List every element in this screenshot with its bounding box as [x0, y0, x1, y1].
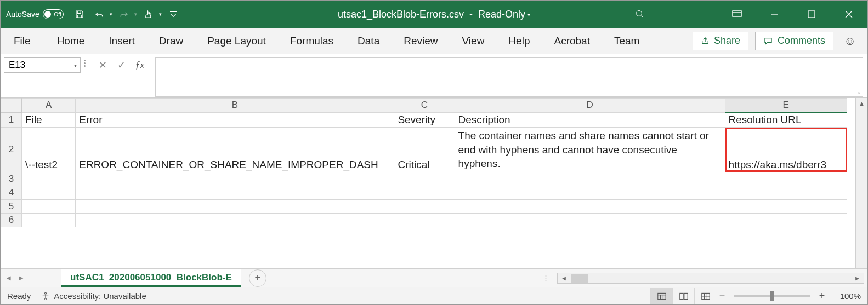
col-header-b[interactable]: B: [76, 99, 394, 113]
tab-data[interactable]: Data: [345, 28, 392, 54]
qat-customize-icon[interactable]: [165, 6, 181, 22]
cell[interactable]: [22, 172, 76, 186]
row-header[interactable]: 3: [1, 172, 22, 186]
cell[interactable]: [725, 199, 847, 213]
scroll-up-icon[interactable]: ▲: [859, 100, 865, 107]
read-only-dropdown[interactable]: Read-Only ▾: [478, 9, 530, 20]
row-header[interactable]: 4: [1, 186, 22, 199]
cell-highlighted[interactable]: https://aka.ms/dberr3: [725, 128, 847, 172]
expand-formula-bar-icon[interactable]: ⌄: [856, 88, 861, 95]
feedback-smiley-icon[interactable]: ☺: [840, 31, 860, 51]
touch-dropdown-icon[interactable]: ▾: [159, 11, 162, 17]
minimize-button[interactable]: [756, 1, 793, 28]
ribbon-display-options-icon[interactable]: [718, 1, 756, 28]
cell[interactable]: \--test2: [22, 128, 76, 172]
cell[interactable]: [76, 199, 394, 213]
enter-formula-icon[interactable]: ✓: [112, 57, 130, 73]
tab-page-layout[interactable]: Page Layout: [195, 28, 278, 54]
tab-draw[interactable]: Draw: [147, 28, 195, 54]
sheet-prev-icon[interactable]: ◄: [5, 274, 12, 282]
close-button[interactable]: [830, 1, 867, 28]
search-icon[interactable]: [627, 2, 653, 27]
col-header-c[interactable]: C: [394, 99, 455, 113]
horizontal-scrollbar[interactable]: ◄ ►: [557, 273, 864, 284]
cell[interactable]: [76, 172, 394, 186]
new-sheet-button[interactable]: +: [249, 269, 266, 287]
redo-icon[interactable]: [116, 6, 132, 22]
cell[interactable]: [394, 199, 455, 213]
tab-help[interactable]: Help: [496, 28, 542, 54]
cell[interactable]: Resolution URL: [725, 112, 847, 128]
tab-team[interactable]: Team: [602, 28, 651, 54]
cell[interactable]: [22, 199, 76, 213]
undo-dropdown-icon[interactable]: ▾: [110, 11, 112, 17]
col-header-a[interactable]: A: [22, 99, 76, 113]
view-normal-icon[interactable]: [650, 288, 672, 304]
tab-home[interactable]: Home: [45, 28, 97, 54]
cancel-formula-icon[interactable]: ✕: [94, 57, 111, 73]
undo-icon[interactable]: [91, 6, 107, 22]
save-icon[interactable]: [71, 6, 88, 22]
select-all-corner[interactable]: [1, 99, 22, 113]
fx-icon[interactable]: ƒx: [131, 57, 149, 73]
scroll-left-icon[interactable]: ◄: [558, 275, 570, 281]
cell[interactable]: The container names and share names cann…: [455, 128, 725, 172]
row-header[interactable]: 1: [1, 112, 22, 128]
row-header[interactable]: 2: [1, 128, 22, 172]
tab-file[interactable]: File: [6, 28, 45, 54]
cell[interactable]: [394, 186, 455, 199]
autosave-switch[interactable]: Off: [43, 9, 64, 19]
cell[interactable]: Description: [455, 112, 725, 128]
cell[interactable]: [455, 186, 725, 199]
cell[interactable]: ERROR_CONTAINER_OR_SHARE_NAME_IMPROPER_D…: [76, 128, 394, 172]
zoom-in-button[interactable]: +: [816, 290, 828, 302]
autosave-toggle[interactable]: AutoSave Off: [6, 9, 64, 19]
tab-resize-handle[interactable]: ⋮: [538, 274, 554, 282]
tab-view[interactable]: View: [450, 28, 497, 54]
sheet-next-icon[interactable]: ►: [18, 274, 25, 282]
zoom-value[interactable]: 100%: [828, 291, 861, 301]
worksheet[interactable]: A B C D E 1 File Error Severity Descript…: [1, 98, 847, 227]
cell[interactable]: [455, 172, 725, 186]
cell[interactable]: [725, 213, 847, 227]
scroll-thumb[interactable]: [571, 274, 588, 283]
cell[interactable]: [455, 213, 725, 227]
scroll-right-icon[interactable]: ►: [851, 275, 864, 281]
cell[interactable]: [76, 213, 394, 227]
cell[interactable]: [725, 172, 847, 186]
maximize-button[interactable]: [793, 1, 830, 28]
zoom-out-button[interactable]: −: [716, 290, 728, 302]
cell[interactable]: [76, 186, 394, 199]
row-header[interactable]: 6: [1, 213, 22, 227]
tab-formulas[interactable]: Formulas: [278, 28, 345, 54]
cell[interactable]: [22, 213, 76, 227]
col-header-d[interactable]: D: [455, 99, 725, 113]
cell[interactable]: [394, 213, 455, 227]
cell[interactable]: [725, 186, 847, 199]
cell[interactable]: [394, 172, 455, 186]
touch-mode-icon[interactable]: [140, 6, 157, 22]
comments-button[interactable]: Comments: [755, 32, 833, 50]
cell[interactable]: [455, 199, 725, 213]
cell[interactable]: Error: [76, 112, 394, 128]
cell[interactable]: Critical: [394, 128, 455, 172]
tab-review[interactable]: Review: [392, 28, 450, 54]
tab-insert[interactable]: Insert: [97, 28, 147, 54]
col-header-e[interactable]: E: [725, 99, 847, 113]
tab-acrobat[interactable]: Acrobat: [542, 28, 602, 54]
cell[interactable]: Severity: [394, 112, 455, 128]
view-page-break-icon[interactable]: [694, 288, 716, 304]
view-page-layout-icon[interactable]: [672, 288, 694, 304]
accessibility-status[interactable]: Accessibility: Unavailable: [41, 291, 146, 301]
name-box[interactable]: E13 ▾: [4, 57, 81, 73]
sheet-tab-active[interactable]: utSAC1_202006051000_BlockBlob-E: [61, 269, 241, 287]
row-header[interactable]: 5: [1, 199, 22, 213]
share-button[interactable]: Share: [693, 32, 748, 50]
vertical-scrollbar[interactable]: ▲: [855, 98, 867, 268]
chevron-down-icon[interactable]: ▾: [74, 62, 77, 68]
cell[interactable]: File: [22, 112, 76, 128]
sheet-nav[interactable]: ◄ ►: [1, 274, 29, 282]
zoom-slider-thumb[interactable]: [770, 291, 774, 301]
zoom-slider[interactable]: [734, 295, 810, 297]
formula-input[interactable]: ⌄: [155, 57, 863, 97]
